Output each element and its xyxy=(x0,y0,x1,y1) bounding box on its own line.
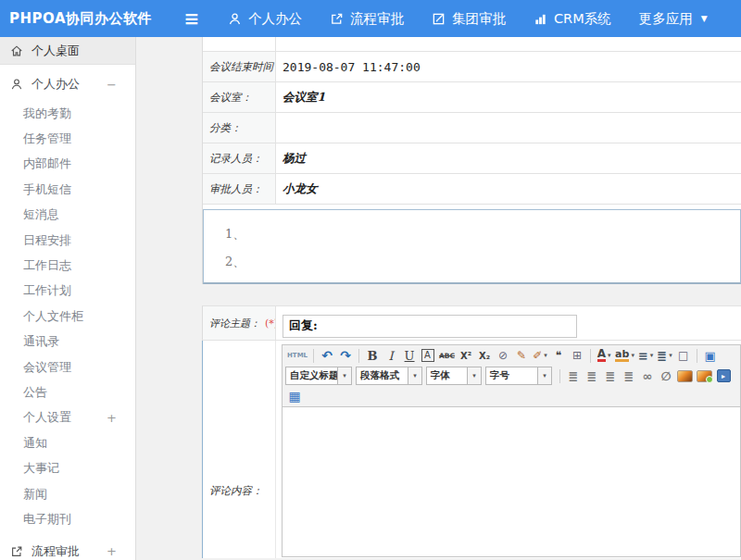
image-button[interactable] xyxy=(675,367,695,385)
blockquote-button[interactable]: ❝ xyxy=(549,346,568,365)
line-height-button[interactable]: ✐▾ xyxy=(531,346,549,365)
remove-format-button[interactable]: ⊘ xyxy=(494,346,512,365)
sidebar-item-desktop[interactable]: 个人桌面 xyxy=(0,37,135,65)
sidebar-item-label: 我的考勤 xyxy=(23,106,71,122)
sidebar-item-label: 会议管理 xyxy=(23,359,71,376)
media-button[interactable]: ▸ xyxy=(714,367,733,385)
sidebar-item-sms[interactable]: 手机短信 xyxy=(0,177,135,202)
sidebar-item-label: 通知 xyxy=(23,435,47,452)
form-label: 会议结束时间： xyxy=(203,52,276,81)
sidebar-item-memorabilia[interactable]: 大事记 xyxy=(0,455,135,480)
sidebar-item-personal-settings[interactable]: 个人设置+ xyxy=(0,405,135,430)
font-color-button[interactable]: A▾ xyxy=(595,346,613,365)
unordered-list-button[interactable]: ≣▾ xyxy=(655,346,673,365)
sidebar-item-schedule[interactable]: 日程安排 xyxy=(0,228,135,253)
sidebar-item-notice[interactable]: 通知 xyxy=(0,430,135,455)
sidebar-item-label: 大事记 xyxy=(23,460,59,477)
unordered-list-icon: ≣ xyxy=(657,349,667,363)
sidebar-item-work-plan[interactable]: 工作计划 xyxy=(0,279,135,304)
format-brush-button[interactable]: ✎ xyxy=(512,346,531,365)
form-label: 分类： xyxy=(203,113,276,143)
collapse-icon[interactable]: − xyxy=(107,78,117,92)
flow-arrow-icon xyxy=(330,12,344,26)
sidebar-item-meeting-management[interactable]: 会议管理 xyxy=(0,355,135,380)
highlight-color-button[interactable]: ab▾ xyxy=(613,346,636,365)
sidebar-section-label: 个人办公 xyxy=(31,76,80,93)
align-justify-button[interactable]: ≣ xyxy=(620,367,638,385)
undo-button[interactable]: ↶ xyxy=(318,346,336,365)
form-label: 审批人员： xyxy=(203,174,276,204)
redo-button[interactable]: ↷ xyxy=(336,346,355,365)
multi-image-button[interactable] xyxy=(695,367,714,385)
unlink-button[interactable]: ∅ xyxy=(657,367,675,385)
sidebar-item-attendance[interactable]: 我的考勤 xyxy=(0,101,135,126)
fullscreen-button[interactable]: ▣ xyxy=(701,346,720,365)
italic-button[interactable]: I xyxy=(382,346,400,365)
heading-select[interactable]: 自定义标题▾ xyxy=(285,367,352,385)
paragraph-format-select[interactable]: 段落格式▾ xyxy=(356,367,422,385)
sidebar: 个人桌面 个人办公 − 我的考勤 任务管理 内部邮件 手机短信 短消息 日程安排… xyxy=(0,37,136,560)
sidebar-item-label: 工作计划 xyxy=(23,282,71,299)
caret-down-icon: ▾ xyxy=(608,352,611,359)
bold-button[interactable]: B xyxy=(363,346,382,365)
sidebar-item-work-diary[interactable]: 工作日志 xyxy=(0,253,135,278)
sidebar-section-workflow-approval[interactable]: 流程审批 + xyxy=(0,535,135,560)
top-nav: 个人办公 流程审批 集团审批 CRM系统 更多应用 ▼ xyxy=(228,10,735,28)
paste-button[interactable]: ⊞ xyxy=(568,346,586,365)
form-row-approver: 审批人员： 小龙女 xyxy=(203,174,741,205)
new-page-button[interactable]: □ xyxy=(674,346,693,365)
content-line: 1、 xyxy=(225,220,740,248)
toolbar-separator xyxy=(358,349,359,363)
comment-subject-input[interactable] xyxy=(283,315,577,338)
main-content: 会议结束时间： 2019-08-07 11:47:00 会议室： 会议室1 分类… xyxy=(136,37,741,560)
caret-down-icon: ▼ xyxy=(701,14,708,23)
sidebar-item-announcement[interactable]: 公告 xyxy=(0,380,135,404)
highlight-icon: ab xyxy=(615,349,629,362)
form-value xyxy=(276,113,741,143)
strikethrough-button[interactable]: ABC xyxy=(437,346,457,365)
align-center-button[interactable]: ≣ xyxy=(583,367,601,385)
html-source-button[interactable]: HTML xyxy=(285,346,309,365)
sidebar-item-short-message[interactable]: 短消息 xyxy=(0,203,135,228)
sidebar-item-file-cabinet[interactable]: 个人文件柜 xyxy=(0,304,135,329)
app-window: PHPOA协同办公软件 ≡ 个人办公 流程审批 集团审批 CRM系统 更多应用 … xyxy=(0,0,741,560)
editor-toolbar-row-2: 自定义标题▾ 段落格式▾ 字体▾ 字号▾ ≣ ≣ ≣ ≣ ∞ ∅ xyxy=(283,366,740,386)
sidebar-item-tasks[interactable]: 任务管理 xyxy=(0,126,135,151)
nav-workflow-approval[interactable]: 流程审批 xyxy=(330,10,404,28)
font-size-select[interactable]: 字号▾ xyxy=(485,367,552,385)
sidebar-item-e-journal[interactable]: 电子期刊 xyxy=(0,506,135,531)
ordered-list-button[interactable]: ≡▾ xyxy=(636,346,655,365)
sidebar-item-label: 任务管理 xyxy=(23,131,71,147)
edit-square-icon xyxy=(432,12,446,26)
sidebar-item-label: 电子期刊 xyxy=(23,511,71,528)
superscript-button[interactable]: X² xyxy=(457,346,475,365)
link-button[interactable]: ∞ xyxy=(638,367,657,385)
nav-label: 流程审批 xyxy=(350,10,404,28)
expand-icon[interactable]: + xyxy=(107,411,117,425)
sidebar-item-contacts[interactable]: 通讯录 xyxy=(0,330,135,355)
subscript-button[interactable]: X₂ xyxy=(475,346,494,365)
sidebar-item-label: 内部邮件 xyxy=(23,156,71,172)
sidebar-item-news[interactable]: 新闻 xyxy=(0,481,135,506)
sidebar-section-personal-office[interactable]: 个人办公 − xyxy=(0,68,135,101)
toolbar-separator xyxy=(313,349,314,363)
form-row-meeting-end-time: 会议结束时间： 2019-08-07 11:47:00 xyxy=(203,52,741,82)
app-logo[interactable]: PHPOA协同办公软件 xyxy=(0,10,176,28)
font-color-icon: A xyxy=(597,349,606,362)
align-right-button[interactable]: ≣ xyxy=(601,367,620,385)
hamburger-menu-icon[interactable]: ≡ xyxy=(176,7,207,30)
align-left-button[interactable]: ≣ xyxy=(564,367,583,385)
flow-arrow-icon xyxy=(10,545,23,558)
table-button[interactable]: ▦ xyxy=(285,387,304,405)
nav-more-apps[interactable]: 更多应用 ▼ xyxy=(639,10,708,28)
editor-content-area[interactable] xyxy=(283,406,740,556)
caret-down-icon: ▾ xyxy=(544,352,547,359)
sidebar-item-internal-mail[interactable]: 内部邮件 xyxy=(0,152,135,177)
nav-crm-system[interactable]: CRM系统 xyxy=(534,10,611,28)
expand-icon[interactable]: + xyxy=(107,544,117,558)
nav-personal-office[interactable]: 个人办公 xyxy=(228,10,302,28)
font-family-select[interactable]: 字体▾ xyxy=(426,367,482,385)
underline-button[interactable]: U xyxy=(400,346,419,365)
char-border-button[interactable]: A xyxy=(421,349,434,362)
nav-group-approval[interactable]: 集团审批 xyxy=(432,10,506,28)
